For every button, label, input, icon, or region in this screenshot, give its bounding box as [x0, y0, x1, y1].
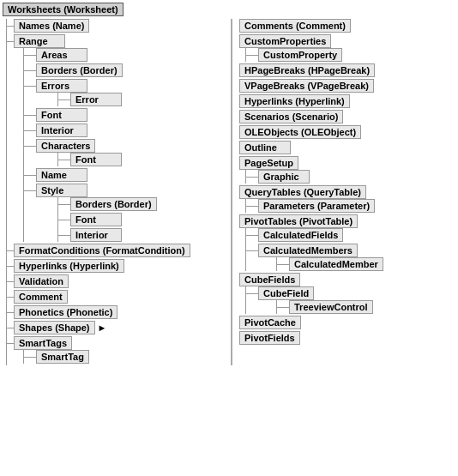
node-pivottables: PivotTables (PivotTable) [239, 214, 455, 228]
smarttags-label: SmartTags [14, 336, 72, 350]
characters-label: Characters [36, 139, 95, 153]
vpagebreaks-label: VPageBreaks (VPageBreak) [239, 79, 374, 93]
node-phonetics: Phonetics (Phonetic) [14, 305, 227, 319]
node-comment: Comment [14, 290, 227, 304]
calculatedmembers-label: CalculatedMembers [258, 244, 358, 257]
node-pagesetup: PageSetup [239, 156, 455, 170]
node-pivotfields: PivotFields [239, 331, 455, 345]
root-label: Worksheets (Worksheet) [3, 3, 124, 16]
node-font-style: Font [70, 213, 227, 226]
node-comments: Comments (Comment) [239, 19, 455, 33]
node-graphic: Graphic [258, 170, 455, 184]
node-calculatedfields: CalculatedFields [258, 228, 455, 242]
oleobjects-label: OLEObjects (OLEObject) [239, 125, 361, 139]
pivotfields-label: PivotFields [239, 331, 300, 345]
hpagebreaks-label: HPageBreaks (HPageBreak) [239, 63, 375, 77]
areas-label: Areas [36, 48, 87, 62]
node-hyperlinks: Hyperlinks (Hyperlink) [14, 259, 227, 273]
node-parameters: Parameters (Parameter) [258, 199, 455, 213]
node-smarttag: SmartTag [36, 350, 227, 364]
node-cubefield: CubeField [258, 286, 455, 300]
pivotcache-label: PivotCache [239, 316, 301, 329]
hyperlinks-label: Hyperlinks (Hyperlink) [14, 259, 124, 273]
node-outline: Outline [239, 141, 455, 154]
node-range: Range [14, 34, 227, 48]
node-interior: Interior [36, 124, 227, 137]
font-style-label: Font [70, 213, 122, 226]
error-label: Error [70, 93, 122, 106]
node-customprops: CustomProperties [239, 34, 455, 48]
node-scenarios: Scenarios (Scenario) [239, 110, 455, 124]
node-validation: Validation [14, 274, 227, 288]
node-calculatedmember: CalculatedMember [289, 257, 455, 271]
calculatedmember-label: CalculatedMember [289, 257, 383, 271]
node-name: Name [36, 168, 227, 182]
node-querytables: QueryTables (QueryTable) [239, 185, 455, 199]
main-container: Worksheets (Worksheet) Names (Name) Rang… [0, 0, 458, 368]
node-style: Style [36, 184, 227, 197]
outline-label: Outline [239, 141, 291, 154]
pivottables-label: PivotTables (PivotTable) [239, 214, 358, 228]
font-range-label: Font [36, 108, 87, 122]
style-label: Style [36, 184, 87, 197]
node-formatconditions: FormatConditions (FormatCondition) [14, 244, 227, 257]
errors-label: Errors [36, 79, 87, 93]
root-node: Worksheets (Worksheet) [3, 3, 455, 16]
names-label: Names (Name) [14, 19, 89, 33]
borders-label: Borders (Border) [36, 63, 123, 77]
customprop-label: CustomProperty [258, 48, 342, 62]
range-children: Areas Borders (Border) Errors Error [23, 48, 227, 242]
node-font-range: Font [36, 108, 227, 122]
node-borders-style: Borders (Border) [70, 197, 227, 211]
parameters-label: Parameters (Parameter) [258, 199, 375, 213]
font-chars-label: Font [70, 153, 122, 166]
customprops-label: CustomProperties [239, 34, 331, 48]
cubefields-label: CubeFields [239, 273, 300, 286]
node-oleobjects: OLEObjects (OLEObject) [239, 125, 455, 139]
node-shapes: Shapes (Shape) ► [14, 321, 227, 334]
left-column: Names (Name) Range Areas Borders (Border… [6, 19, 227, 365]
smarttag-label: SmartTag [36, 350, 89, 364]
node-errors: Errors [36, 79, 227, 93]
node-names: Names (Name) [14, 19, 227, 33]
borders-style-label: Borders (Border) [70, 197, 157, 211]
node-treeviewcontrol: TreeviewControl [289, 300, 455, 314]
querytables-label: QueryTables (QueryTable) [239, 185, 366, 199]
hyperlinks-right-label: Hyperlinks (Hyperlink) [239, 94, 350, 108]
phonetics-label: Phonetics (Phonetic) [14, 305, 118, 319]
comments-label: Comments (Comment) [239, 19, 351, 33]
node-error: Error [70, 93, 227, 106]
range-label: Range [14, 34, 65, 48]
node-font-chars: Font [70, 153, 227, 166]
validation-label: Validation [14, 274, 69, 288]
node-vpagebreaks: VPageBreaks (VPageBreak) [239, 79, 455, 93]
node-cubefields: CubeFields [239, 273, 455, 286]
node-hpagebreaks: HPageBreaks (HPageBreak) [239, 63, 455, 77]
node-characters: Characters [36, 139, 227, 153]
node-customprop: CustomProperty [258, 48, 455, 62]
node-pivotcache: PivotCache [239, 316, 455, 329]
calculatedfields-label: CalculatedFields [258, 228, 343, 242]
arrow-icon: ► [98, 322, 107, 333]
right-column: Comments (Comment) CustomProperties Cust… [236, 19, 455, 365]
cubefield-label: CubeField [258, 286, 314, 300]
scenarios-label: Scenarios (Scenario) [239, 110, 343, 124]
interior-label: Interior [36, 124, 87, 137]
node-hyperlinks-right: Hyperlinks (Hyperlink) [239, 94, 455, 108]
name-label: Name [36, 168, 87, 182]
treeviewcontrol-label: TreeviewControl [289, 300, 373, 314]
graphic-label: Graphic [258, 170, 310, 184]
interior-style-label: Interior [70, 228, 122, 242]
formatconditions-label: FormatConditions (FormatCondition) [14, 244, 190, 257]
pagesetup-label: PageSetup [239, 156, 298, 170]
node-interior-style: Interior [70, 228, 227, 242]
col-divider [231, 19, 232, 365]
shapes-label: Shapes (Shape) [14, 321, 95, 334]
node-smarttags: SmartTags [14, 336, 227, 350]
node-borders: Borders (Border) [36, 63, 227, 77]
node-calculatedmembers: CalculatedMembers [258, 244, 455, 257]
comment-label: Comment [14, 290, 68, 304]
node-areas: Areas [36, 48, 227, 62]
